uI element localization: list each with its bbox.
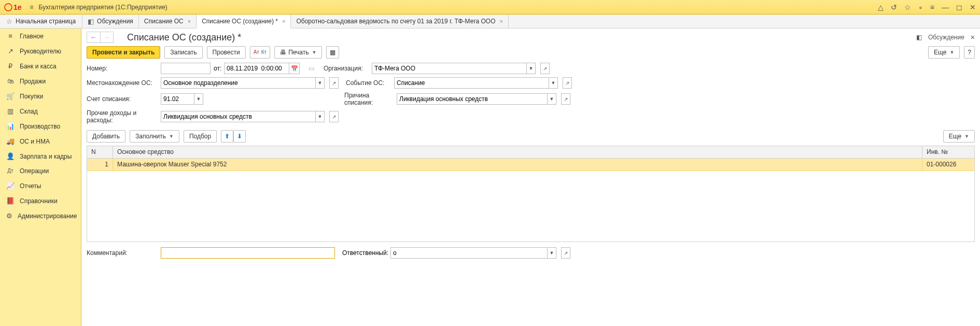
close-icon[interactable]: ×: [282, 18, 285, 24]
discussion-link[interactable]: Обсуждение: [928, 34, 964, 41]
cell-inventory-no: 01-000026: [922, 159, 974, 171]
sidebar-item-label: Главное: [20, 33, 44, 40]
record-button[interactable]: Записать: [164, 46, 202, 59]
tab-label: Списание ОС: [144, 18, 184, 25]
col-asset-name: Основное средство: [113, 146, 922, 158]
discussion-icon: ◧: [916, 34, 922, 41]
tabbar: ☆ Начальная страница ◧ Обсуждения Списан…: [0, 15, 980, 29]
favorites-icon[interactable]: ☆: [904, 3, 911, 11]
add-row-button[interactable]: Добавить: [87, 130, 125, 143]
sidebar-item-operations[interactable]: ДтОперации: [0, 164, 81, 178]
maximize-icon[interactable]: ◻: [956, 3, 962, 11]
table-more-button[interactable]: Еще▼: [943, 130, 975, 143]
sidebar-item-stock[interactable]: ▥Склад: [0, 104, 81, 119]
sidebar-item-label: Покупки: [20, 93, 43, 100]
sidebar-item-production[interactable]: 📊Производство: [0, 119, 81, 134]
sidebar-item-purchases[interactable]: 🛒Покупки: [0, 89, 81, 104]
more-button[interactable]: Еще▼: [928, 46, 960, 59]
open-other-button[interactable]: ↗: [329, 111, 339, 122]
number-input[interactable]: [161, 63, 211, 74]
post-and-close-button[interactable]: Провести и закрыть: [87, 46, 160, 59]
chevron-down-icon[interactable]: ▼: [526, 63, 536, 74]
sidebar-item-reports[interactable]: 📈Отчеты: [0, 178, 81, 193]
main-menu-icon[interactable]: ≡: [30, 4, 34, 11]
cell-asset-name: Машина-оверлок Mauser Special 9752: [113, 159, 922, 171]
app-title: Бухгалтерия предприятия (1С:Предприятие): [39, 4, 167, 11]
notifications-icon[interactable]: △: [878, 3, 884, 11]
event-input[interactable]: [394, 77, 549, 89]
date-input[interactable]: [224, 63, 289, 74]
chevron-down-icon[interactable]: ▼: [315, 77, 325, 89]
open-org-button[interactable]: ↗: [540, 63, 550, 74]
chevron-down-icon[interactable]: ▼: [194, 93, 203, 105]
tab-turnover-report[interactable]: Оборотно-сальдовая ведомость по счету 01…: [291, 15, 509, 28]
reason-input[interactable]: [397, 93, 547, 105]
from-label: от:: [214, 65, 221, 72]
sidebar-item-label: ОС и НМА: [20, 138, 50, 145]
sidebar-item-label: Операции: [20, 167, 49, 175]
sidebar-item-bank[interactable]: ₽Банк и касса: [0, 59, 81, 74]
nav-back-button[interactable]: ←: [87, 32, 100, 43]
chevron-down-icon[interactable]: ▼: [547, 247, 556, 259]
sidebar-item-main[interactable]: ≡Главное: [0, 29, 81, 44]
print-button[interactable]: 🖶Печать▼: [274, 46, 322, 59]
star-icon: ☆: [6, 18, 12, 25]
sidebar-item-catalogs[interactable]: 📕Справочники: [0, 193, 81, 208]
chevron-down-icon[interactable]: ▼: [315, 111, 325, 122]
print-label: Печать: [288, 49, 309, 56]
close-document-icon[interactable]: ×: [971, 33, 975, 41]
tab-writeoff-create[interactable]: Списание ОС (создание) * ×: [197, 15, 291, 29]
sidebar-item-label: Руководителю: [20, 48, 61, 55]
close-window-icon[interactable]: ✕: [970, 3, 976, 11]
org-input[interactable]: [372, 63, 526, 74]
close-icon[interactable]: ×: [500, 18, 503, 24]
attach-button[interactable]: ▦: [326, 46, 339, 59]
account-input[interactable]: [161, 93, 194, 105]
reason-label: Причина списания:: [340, 92, 394, 106]
move-up-button[interactable]: ⬆: [221, 130, 233, 143]
fill-button[interactable]: Заполнить▼: [130, 130, 179, 143]
open-event-button[interactable]: ↗: [563, 77, 572, 89]
tab-discussions[interactable]: ◧ Обсуждения: [82, 15, 139, 28]
close-icon[interactable]: ×: [188, 18, 191, 24]
sidebar-item-admin[interactable]: ⚙Администрирование: [0, 208, 81, 223]
more-label: Еще: [934, 49, 946, 56]
sidebar-item-sales[interactable]: 🛍Продажи: [0, 74, 81, 89]
help-button[interactable]: ?: [964, 46, 975, 59]
chevron-down-icon[interactable]: ▼: [549, 77, 558, 89]
dtkt-button[interactable]: АтКт: [250, 46, 270, 59]
location-input[interactable]: [161, 77, 315, 89]
event-label: Событие ОС:: [342, 79, 391, 87]
gear-icon: ⚙: [6, 212, 12, 220]
person-icon: 👤: [6, 152, 15, 160]
sidebar-item-payroll[interactable]: 👤Зарплата и кадры: [0, 149, 81, 164]
open-location-button[interactable]: ↗: [329, 77, 339, 89]
comment-label: Комментарий:: [87, 249, 158, 257]
open-responsible-button[interactable]: ↗: [561, 247, 570, 259]
col-n: N: [87, 146, 113, 158]
printer-icon: 🖶: [280, 49, 286, 56]
responsible-input[interactable]: [390, 247, 547, 259]
chevron-down-icon[interactable]: ▼: [547, 93, 556, 105]
sidebar-item-assets[interactable]: 🚚ОС и НМА: [0, 134, 81, 149]
svg-point-0: [5, 4, 12, 11]
pick-button[interactable]: Подбор: [184, 130, 217, 143]
open-reason-button[interactable]: ↗: [561, 93, 570, 105]
history-icon[interactable]: ↺: [891, 3, 897, 11]
nav-forward-button[interactable]: →: [100, 32, 114, 43]
tab-writeoff-list[interactable]: Списание ОС ×: [139, 15, 197, 28]
panel-menu-icon[interactable]: ≡: [930, 3, 934, 11]
calendar-icon[interactable]: 📅: [289, 63, 300, 74]
sidebar-item-manager[interactable]: ↗Руководителю: [0, 44, 81, 59]
tab-home[interactable]: ☆ Начальная страница: [0, 15, 82, 28]
small-dot-icon[interactable]: ∘: [918, 3, 923, 11]
bag-icon: 🛍: [6, 77, 15, 85]
minimize-icon[interactable]: —: [942, 3, 949, 11]
table-row[interactable]: 1 Машина-оверлок Mauser Special 9752 01-…: [87, 159, 974, 171]
tab-label: Списание ОС (создание) *: [202, 18, 278, 25]
move-down-button[interactable]: ⬇: [233, 130, 246, 143]
other-income-input[interactable]: [161, 111, 315, 122]
location-label: Местонахождение ОС:: [87, 79, 158, 87]
post-button[interactable]: Провести: [207, 46, 246, 59]
comment-input[interactable]: [161, 247, 335, 259]
